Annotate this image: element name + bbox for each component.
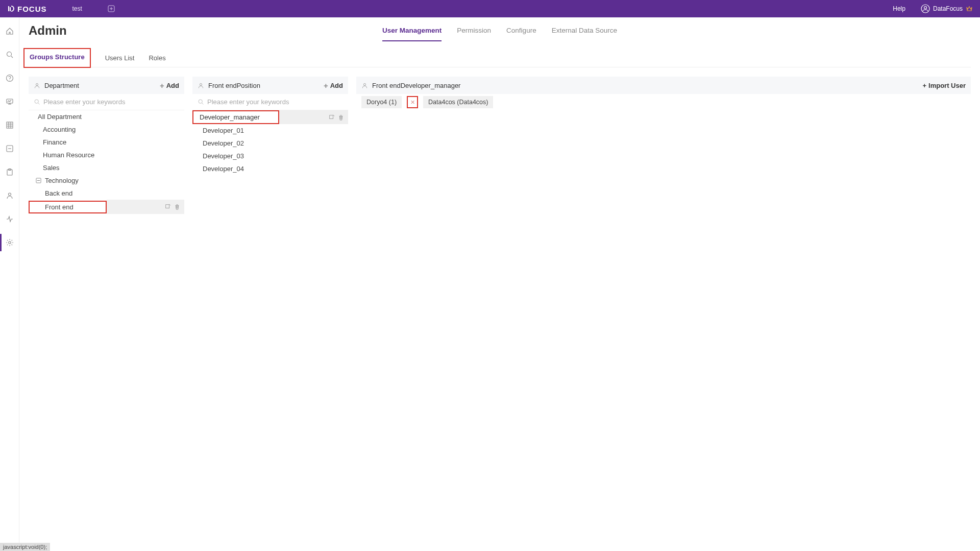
position-label: Developer_manager: [200, 113, 260, 121]
svg-point-5: [7, 52, 11, 57]
add-label: Add: [166, 82, 179, 89]
import-label: Import User: [928, 82, 966, 89]
users-title: Front endDeveloper_manager: [372, 82, 922, 89]
tree-item-finance[interactable]: Finance: [29, 136, 184, 149]
users-column: Front endDeveloper_manager +Import User …: [356, 77, 971, 214]
person-icon[interactable]: [5, 191, 14, 200]
user-name: DataFocus: [933, 5, 963, 12]
grid-icon[interactable]: [5, 121, 14, 130]
settings-icon[interactable]: [5, 238, 14, 247]
user-area[interactable]: DataFocus: [921, 4, 973, 13]
position-search: [192, 94, 348, 110]
svg-point-4: [924, 7, 926, 9]
svg-rect-1: [10, 7, 11, 11]
edit-icon[interactable]: [329, 114, 335, 121]
position-item-developer-04[interactable]: Developer_04: [192, 162, 348, 175]
svg-rect-9: [7, 122, 13, 128]
position-item-developer-manager[interactable]: Developer_manager: [192, 110, 348, 124]
svg-point-14: [8, 242, 10, 244]
position-search-input[interactable]: [207, 98, 343, 106]
position-item-developer-03[interactable]: Developer_03: [192, 150, 348, 162]
tree-item-front-end[interactable]: Front end: [29, 200, 184, 214]
user-avatar-icon: [921, 4, 930, 13]
topbar: FOCUS test Help DataFocus: [0, 0, 980, 17]
remove-user-button[interactable]: ✕: [407, 96, 418, 108]
position-item-developer-01[interactable]: Developer_01: [192, 124, 348, 137]
brand-text: FOCUS: [17, 5, 47, 13]
tab-permission[interactable]: Permission: [457, 23, 491, 41]
tree-item-technology[interactable]: Technology: [29, 174, 184, 187]
tree-item-back-end[interactable]: Back end: [29, 187, 184, 200]
plus-icon: +: [324, 81, 328, 90]
tree-item-sales[interactable]: Sales: [29, 161, 184, 174]
top-tabs: User Management Permission Configure Ext…: [382, 23, 617, 41]
tab-external-data-source[interactable]: External Data Source: [552, 23, 617, 41]
clipboard-icon[interactable]: [5, 167, 14, 177]
edit-icon[interactable]: [165, 204, 171, 210]
chip-label: Doryo4 (1): [366, 99, 397, 106]
svg-point-15: [36, 83, 38, 85]
brand-icon: [7, 5, 15, 13]
plus-icon: +: [922, 82, 926, 89]
activity-icon[interactable]: [5, 214, 14, 224]
brand-logo[interactable]: FOCUS: [7, 5, 47, 13]
tab-configure[interactable]: Configure: [506, 23, 536, 41]
position-list: Developer_manager Developer_01 Developer…: [192, 110, 348, 175]
add-department-button[interactable]: +Add: [160, 81, 179, 90]
tree-item-human-resource[interactable]: Human Resource: [29, 149, 184, 161]
plus-icon: +: [160, 81, 164, 90]
tree-item-accounting[interactable]: Accounting: [29, 123, 184, 136]
subtab-users-list[interactable]: Users List: [105, 49, 135, 67]
department-title: Department: [44, 82, 160, 89]
minus-box-icon[interactable]: [5, 144, 14, 153]
content: Admin User Management Permission Configu…: [19, 17, 980, 551]
subtab-groups-structure[interactable]: Groups Structure: [23, 48, 91, 68]
svg-point-16: [35, 100, 38, 103]
tab-user-management[interactable]: User Management: [382, 23, 442, 41]
chart-icon[interactable]: [5, 97, 14, 106]
side-rail: [0, 17, 19, 551]
import-user-button[interactable]: +Import User: [922, 82, 966, 89]
search-icon: [34, 99, 40, 105]
svg-point-13: [8, 193, 11, 196]
question-icon[interactable]: [5, 74, 14, 83]
user-chips: Doryo4 (1) ✕ Data4cos (Data4cos): [356, 94, 971, 108]
department-search-input[interactable]: [43, 98, 179, 106]
svg-point-22: [363, 83, 365, 85]
collapse-icon[interactable]: [36, 178, 42, 183]
user-outline-icon: [198, 82, 204, 89]
add-tab-button[interactable]: [108, 5, 115, 12]
sub-tabs: Groups Structure Users List Roles: [29, 49, 971, 67]
department-header: Department +Add: [29, 77, 184, 94]
home-icon[interactable]: [5, 27, 14, 36]
svg-point-7: [9, 80, 10, 80]
users-header: Front endDeveloper_manager +Import User: [356, 77, 971, 94]
svg-point-19: [200, 83, 202, 85]
svg-point-20: [199, 100, 202, 103]
svg-rect-0: [8, 6, 9, 11]
tree-item-all-department[interactable]: All Department: [29, 110, 184, 123]
search-icon[interactable]: [5, 50, 14, 59]
svg-rect-8: [7, 99, 13, 103]
svg-rect-21: [330, 115, 333, 118]
department-search: [29, 94, 184, 110]
user-chip-doryo4[interactable]: Doryo4 (1): [361, 96, 402, 108]
crown-icon: [966, 5, 973, 12]
svg-rect-18: [166, 205, 169, 208]
workspace-tab[interactable]: test: [72, 5, 82, 12]
subtab-roles[interactable]: Roles: [149, 49, 165, 67]
department-tree: All Department Accounting Finance Human …: [29, 110, 184, 214]
user-chip-data4cos[interactable]: Data4cos (Data4cos): [423, 96, 493, 108]
search-icon: [198, 99, 204, 105]
delete-icon[interactable]: [338, 114, 344, 121]
front-end-label: Front end: [45, 203, 74, 211]
position-column: Front endPosition +Add Developer_manager: [192, 77, 348, 214]
delete-icon[interactable]: [174, 204, 180, 210]
add-position-button[interactable]: +Add: [324, 81, 343, 90]
status-bar: javascript:void(0);: [0, 543, 50, 551]
chip-label: Data4cos (Data4cos): [428, 99, 488, 106]
position-header: Front endPosition +Add: [192, 77, 348, 94]
position-item-developer-02[interactable]: Developer_02: [192, 137, 348, 150]
help-link[interactable]: Help: [893, 5, 905, 12]
user-outline-icon: [361, 82, 368, 89]
